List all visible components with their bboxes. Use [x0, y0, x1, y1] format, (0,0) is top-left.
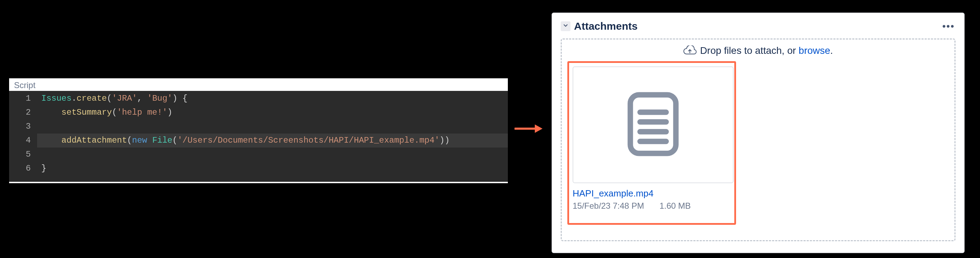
svg-marker-1 [535, 125, 542, 133]
code-area[interactable]: Issues.create('JRA', 'Bug') { setSummary… [37, 91, 508, 182]
upload-cloud-icon [683, 46, 697, 56]
attachment-size: 1.60 MB [659, 201, 690, 211]
code-line[interactable] [37, 120, 508, 133]
document-icon [625, 92, 681, 158]
attachments-header: Attachments ••• [552, 13, 964, 35]
code-line[interactable]: Issues.create('JRA', 'Bug') { [37, 92, 508, 106]
code-line[interactable]: addAttachment(new File('/Users/Documents… [37, 133, 508, 147]
drop-hint-suffix: . [830, 45, 833, 56]
line-number: 1 [9, 92, 37, 106]
more-menu-button[interactable]: ••• [942, 21, 956, 31]
attachments-title: Attachments [574, 20, 942, 32]
drop-hint: Drop files to attach, or browse. [567, 45, 949, 56]
attachment-filename[interactable]: HAPI_example.mp4 [573, 188, 731, 199]
script-editor: Script 123456 Issues.create('JRA', 'Bug'… [9, 78, 508, 183]
arrow-icon [514, 122, 542, 136]
line-number: 3 [9, 120, 37, 133]
line-number: 4 [9, 133, 37, 147]
chevron-down-icon [562, 22, 569, 30]
code-line[interactable] [37, 147, 508, 161]
attachments-panel: Attachments ••• Drop files to attach, or… [552, 13, 965, 253]
line-number: 6 [9, 161, 37, 176]
collapse-toggle[interactable] [561, 21, 571, 31]
attachment-meta: HAPI_example.mp4 15/Feb/23 7:48 PM 1.60 … [573, 183, 731, 211]
browse-link[interactable]: browse [799, 45, 830, 56]
more-icon: ••• [942, 21, 955, 32]
attachment-thumbnail[interactable] [573, 66, 733, 183]
code-editor[interactable]: 123456 Issues.create('JRA', 'Bug') { set… [9, 91, 508, 182]
drop-hint-text: Drop files to attach, or [700, 45, 799, 56]
attachment-highlight: HAPI_example.mp4 15/Feb/23 7:48 PM 1.60 … [567, 61, 736, 225]
attachment-date: 15/Feb/23 7:48 PM [573, 201, 644, 211]
line-number-gutter: 123456 [9, 91, 37, 182]
attachments-dropzone[interactable]: Drop files to attach, or browse. [561, 38, 956, 241]
line-number: 5 [9, 147, 37, 161]
script-editor-title: Script [9, 78, 508, 91]
code-line[interactable]: } [37, 161, 508, 176]
line-number: 2 [9, 106, 37, 120]
code-line[interactable]: setSummary('help me!') [37, 106, 508, 120]
